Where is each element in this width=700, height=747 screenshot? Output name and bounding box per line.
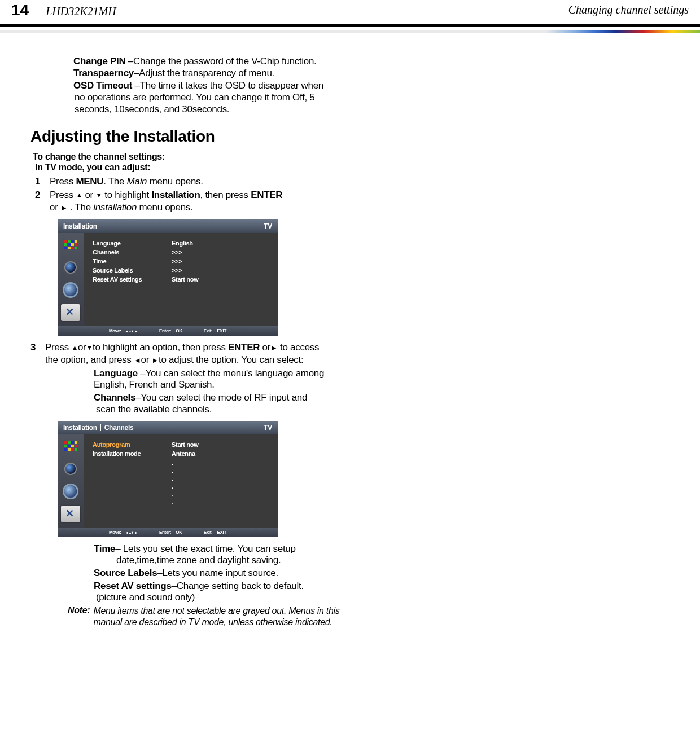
settings-gear-icon (61, 483, 80, 500)
osd-footer: Move:◂ ▴▾ ▸ Enter:OK Exit:EXIT (58, 528, 278, 537)
osd-row-time: Time>>> (93, 258, 272, 265)
page-number: 14 (11, 1, 29, 19)
desc-language-2: English, French and Spanish. (94, 379, 406, 390)
breadcrumb-separator-icon (100, 424, 101, 431)
desc-channels-2: scan the available channels. (96, 404, 406, 415)
osd-row-reset-av: Reset AV settingsStart now (93, 276, 272, 283)
osd-footer: Move:◂ ▴▾ ▸ Enter:OK Exit:EXIT (58, 326, 278, 336)
osd-dot: . (172, 475, 272, 483)
nav-arrows-icon: ◂ ▴▾ ▸ (126, 329, 138, 333)
osd-row-installation-mode: Installation modeAntenna (93, 450, 272, 457)
right-triangle-icon: ► (270, 344, 278, 352)
osd-dot: . (172, 467, 272, 475)
desc-time-2: date,time,time zone and daylight saving. (116, 555, 406, 566)
transparency-line: Transpaerncy–Adjust the transparency of … (73, 67, 406, 79)
up-triangle-icon: ▲ (71, 344, 78, 351)
osd-row-language: LanguageEnglish (93, 240, 272, 247)
down-triangle-icon: ▼ (86, 344, 93, 351)
osd-dot: . (172, 483, 272, 491)
right-triangle-icon: ► (151, 356, 159, 364)
osd-sidebar (58, 233, 84, 326)
desc-source-labels: Source Labels–Lets you name input source… (94, 567, 406, 579)
step-3: 3 Press ▲or▼to highlight an option, then… (45, 341, 406, 366)
left-triangle-icon: ◄ (134, 356, 141, 364)
osd-titlebar: Installation TV (58, 219, 278, 233)
step-1: 1 Press MENU. The Main menu opens. (50, 175, 406, 188)
picture-icon (61, 438, 80, 455)
osd-dot: . (172, 499, 272, 507)
header-divider (0, 24, 700, 27)
tools-icon (61, 506, 80, 522)
osd-timeout-line-1: OSD Timeout –The time it takes the OSD t… (73, 80, 406, 91)
osd-main-panel: AutoprogramStart now Installation modeAn… (84, 434, 278, 528)
sound-icon (61, 460, 80, 477)
osd-main-panel: LanguageEnglish Channels>>> Time>>> Sour… (84, 233, 278, 326)
osd-dot: . (172, 491, 272, 499)
subhead-change-channel: To change the channel settings: (33, 151, 406, 162)
model-number: LHD32K21MH (46, 5, 116, 18)
settings-gear-icon (61, 282, 80, 298)
osd-titlebar: Installation Channels TV (58, 421, 278, 434)
osd-installation-screenshot: Installation TV (58, 219, 278, 336)
up-triangle-icon: ▲ (76, 191, 82, 199)
heading-adjusting-installation: Adjusting the Installation (30, 128, 406, 146)
desc-reset-av: Reset AV settings–Change setting back to… (94, 580, 406, 592)
change-pin-line: Change PIN –Change the password of the V… (73, 55, 406, 67)
sound-icon (61, 259, 80, 276)
note: Note: Menu items that are not selectable… (68, 605, 406, 627)
desc-reset-av-2: (picture and sound only) (96, 592, 406, 603)
desc-language: Language –You can select the menu's lang… (94, 367, 406, 379)
osd-sidebar (58, 434, 84, 528)
right-triangle-icon: ► (60, 204, 68, 212)
step-2: 2 Press ▲ or ▼ to highlight Installation… (50, 189, 406, 214)
osd-timeout-line-2: no operations are performed. You can cha… (75, 91, 406, 103)
osd-dot: . (172, 459, 272, 467)
osd-channels-screenshot: Installation Channels TV (58, 421, 278, 537)
osd-row-autoprogram: AutoprogramStart now (93, 441, 272, 448)
picture-icon (61, 236, 80, 253)
subhead-tv-mode: In TV mode, you can adjust: (35, 162, 406, 173)
osd-timeout-line-3: seconds, 10seconds, and 30seconds. (75, 103, 406, 115)
nav-arrows-icon: ◂ ▴▾ ▸ (126, 530, 138, 534)
section-title: Changing channel settings (568, 3, 689, 16)
down-triangle-icon: ▼ (95, 191, 102, 199)
tools-icon (61, 304, 80, 321)
osd-row-channels: Channels>>> (93, 249, 272, 256)
desc-time: Time– Lets you set the exact time. You c… (94, 543, 406, 555)
osd-row-source-labels: Source Labels>>> (93, 267, 272, 274)
desc-channels: Channels–You can select the mode of RF i… (94, 392, 406, 403)
